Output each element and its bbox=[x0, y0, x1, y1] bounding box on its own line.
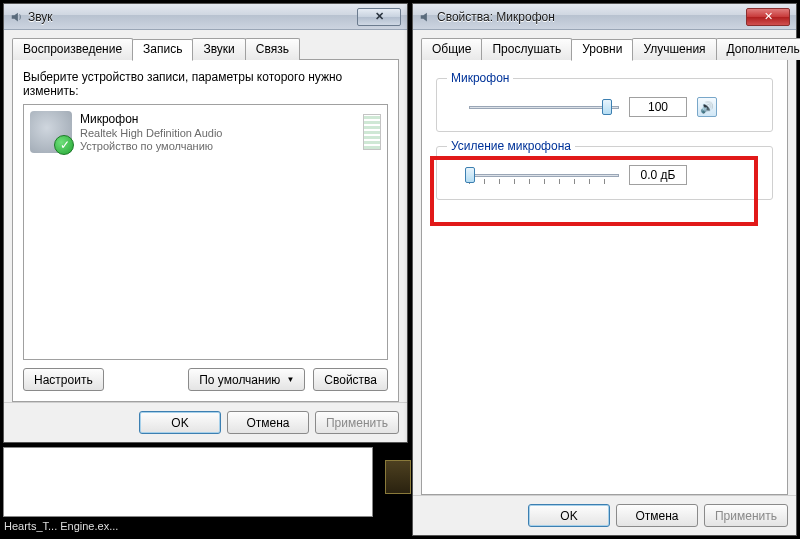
device-microphone[interactable]: ✓ Микрофон Realtek High Definition Audio… bbox=[26, 107, 385, 157]
sound-footer: OK Отмена Применить bbox=[4, 402, 407, 442]
set-default-label: По умолчанию bbox=[199, 373, 280, 387]
microphone-icon: ✓ bbox=[30, 111, 72, 153]
sound-icon bbox=[10, 10, 24, 24]
apply-button[interactable]: Применить bbox=[315, 411, 399, 434]
device-list[interactable]: ✓ Микрофон Realtek High Definition Audio… bbox=[23, 104, 388, 360]
ok-button[interactable]: OK bbox=[139, 411, 221, 434]
device-name: Микрофон bbox=[80, 112, 222, 126]
levels-panel: Микрофон 100 🔊 Усиление микрофона bbox=[421, 59, 788, 495]
speaker-icon bbox=[419, 10, 433, 24]
level-meter bbox=[363, 114, 381, 150]
taskbar-preview bbox=[3, 447, 373, 517]
ok-button[interactable]: OK bbox=[528, 504, 610, 527]
sound-tabstrip: Воспроизведение Запись Звуки Связь bbox=[12, 38, 399, 60]
tab-advanced[interactable]: Дополнительно bbox=[716, 38, 800, 60]
cancel-button[interactable]: Отмена bbox=[616, 504, 698, 527]
tab-enhance[interactable]: Улучшения bbox=[632, 38, 716, 60]
tab-listen[interactable]: Прослушать bbox=[481, 38, 572, 60]
props-titlebar[interactable]: Свойства: Микрофон ✕ bbox=[413, 4, 796, 30]
tab-comm[interactable]: Связь bbox=[245, 38, 300, 60]
mic-boost-slider[interactable] bbox=[469, 165, 619, 185]
mic-boost-legend: Усиление микрофона bbox=[447, 139, 575, 153]
close-button[interactable]: ✕ bbox=[746, 8, 790, 26]
props-tabstrip: Общие Прослушать Уровни Улучшения Дополн… bbox=[421, 38, 788, 60]
device-prompt: Выберите устройство записи, параметры ко… bbox=[23, 70, 388, 98]
desktop-folder-icon[interactable] bbox=[385, 460, 411, 494]
props-footer: OK Отмена Применить bbox=[413, 495, 796, 535]
sound-dialog: Звук ✕ Воспроизведение Запись Звуки Связ… bbox=[3, 3, 408, 443]
sound-titlebar[interactable]: Звук ✕ bbox=[4, 4, 407, 30]
check-icon: ✓ bbox=[60, 138, 70, 152]
mic-level-value[interactable]: 100 bbox=[629, 97, 687, 117]
properties-button[interactable]: Свойства bbox=[313, 368, 388, 391]
sound-title: Звук bbox=[28, 10, 53, 24]
close-button[interactable]: ✕ bbox=[357, 8, 401, 26]
cancel-button[interactable]: Отмена bbox=[227, 411, 309, 434]
set-default-button[interactable]: По умолчанию ▼ bbox=[188, 368, 305, 391]
chevron-down-icon: ▼ bbox=[286, 375, 294, 384]
mic-level-group: Микрофон 100 🔊 bbox=[436, 78, 773, 132]
sound-tabpanel: Выберите устройство записи, параметры ко… bbox=[12, 59, 399, 402]
tab-general[interactable]: Общие bbox=[421, 38, 482, 60]
mic-level-slider[interactable] bbox=[469, 97, 619, 117]
tab-levels[interactable]: Уровни bbox=[571, 39, 633, 61]
configure-button[interactable]: Настроить bbox=[23, 368, 104, 391]
tab-playback[interactable]: Воспроизведение bbox=[12, 38, 133, 60]
mic-boost-group: Усиление микрофона 0.0 дБ bbox=[436, 146, 773, 200]
mic-level-legend: Микрофон bbox=[447, 71, 513, 85]
device-driver: Realtek High Definition Audio bbox=[80, 127, 222, 139]
taskbar-labels: Hearts_T... Engine.ex... bbox=[4, 520, 118, 532]
tab-sounds[interactable]: Звуки bbox=[192, 38, 245, 60]
props-title: Свойства: Микрофон bbox=[437, 10, 555, 24]
device-default: Устройство по умолчанию bbox=[80, 140, 222, 152]
tab-record[interactable]: Запись bbox=[132, 39, 193, 61]
mute-button[interactable]: 🔊 bbox=[697, 97, 717, 117]
mic-boost-value[interactable]: 0.0 дБ bbox=[629, 165, 687, 185]
mic-properties-dialog: Свойства: Микрофон ✕ Общие Прослушать Ур… bbox=[412, 3, 797, 536]
apply-button[interactable]: Применить bbox=[704, 504, 788, 527]
